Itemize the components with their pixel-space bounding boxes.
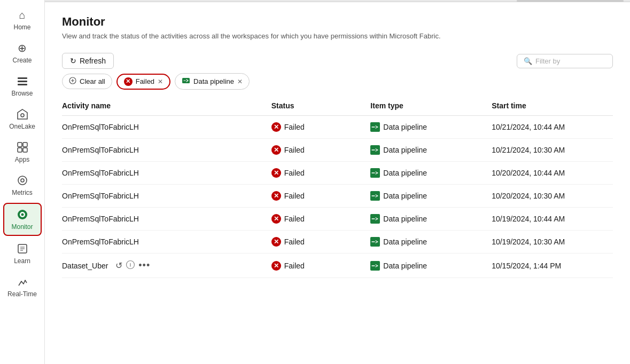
info-icon[interactable] xyxy=(126,260,135,271)
cell-activity-name: OnPremSqlToFabricLH xyxy=(62,231,271,254)
clear-all-icon xyxy=(69,77,76,86)
svg-rect-2 xyxy=(18,84,27,85)
status-label: Failed xyxy=(284,215,305,223)
table-row[interactable]: OnPremSqlToFabricLH ✕ Failed Data pipeli… xyxy=(62,116,613,139)
status-cell: ✕ Failed xyxy=(271,237,364,247)
filter-search[interactable]: 🔍 Filter by xyxy=(517,54,613,68)
realtime-icon xyxy=(16,275,29,288)
browse-icon xyxy=(16,75,29,88)
table-row[interactable]: Dataset_Uber ↺ ••• ✕ Failed xyxy=(62,254,613,278)
status-cell: ✕ Failed xyxy=(271,145,364,155)
status-label: Failed xyxy=(284,262,305,270)
table-row[interactable]: OnPremSqlToFabricLH ✕ Failed Data pipeli… xyxy=(62,185,613,208)
refresh-button[interactable]: ↻ Refresh xyxy=(62,53,114,69)
filter-tag-pipeline[interactable]: Data pipeline ✕ xyxy=(175,73,250,90)
filter-tag-pipeline-close[interactable]: ✕ xyxy=(237,78,243,85)
table-row[interactable]: OnPremSqlToFabricLH ✕ Failed Data pipeli… xyxy=(62,139,613,162)
activity-name: Dataset_Uber xyxy=(62,262,108,270)
item-type-cell: Data pipeline xyxy=(370,168,485,178)
cell-activity-name: OnPremSqlToFabricLH xyxy=(62,139,271,162)
cell-start-time: 10/19/2024, 10:44 AM xyxy=(492,208,613,231)
apps-icon xyxy=(16,141,29,154)
sidebar-item-onelake[interactable]: OneLake xyxy=(3,104,42,134)
filter-tag-failed[interactable]: ✕ Failed ✕ xyxy=(116,74,170,90)
item-type-cell: Data pipeline xyxy=(370,122,485,132)
failed-icon: ✕ xyxy=(271,191,281,201)
restore-icon[interactable]: ↺ xyxy=(115,260,122,271)
table-header-row: Activity name Status Item type Start tim… xyxy=(62,96,613,116)
search-icon: 🔍 xyxy=(524,57,532,65)
sidebar: ⌂ Home ⊕ Create Browse OneLake xyxy=(0,0,45,364)
cell-item-type: Data pipeline xyxy=(370,116,492,139)
svg-rect-0 xyxy=(18,77,27,79)
cell-item-type: Data pipeline xyxy=(370,208,492,231)
cell-item-type: Data pipeline xyxy=(370,231,492,254)
cell-start-time: 10/19/2024, 10:30 AM xyxy=(492,231,613,254)
status-cell: ✕ Failed xyxy=(271,168,364,178)
start-time-label: 10/19/2024, 10:30 AM xyxy=(492,238,565,246)
table-row[interactable]: OnPremSqlToFabricLH ✕ Failed Data pipeli… xyxy=(62,231,613,254)
sidebar-item-monitor[interactable]: Monitor xyxy=(3,203,42,236)
more-icon[interactable]: ••• xyxy=(138,260,150,271)
filter-placeholder: Filter by xyxy=(535,57,560,65)
svg-rect-7 xyxy=(23,148,27,152)
svg-point-12 xyxy=(21,213,24,216)
start-time-label: 10/21/2024, 10:30 AM xyxy=(492,146,565,154)
cell-status: ✕ Failed xyxy=(271,254,371,278)
table-container: Activity name Status Item type Start tim… xyxy=(45,96,630,364)
start-time-label: 10/21/2024, 10:44 AM xyxy=(492,123,565,131)
cell-activity-name: OnPremSqlToFabricLH xyxy=(62,185,271,208)
sidebar-item-realtime[interactable]: Real-Time xyxy=(3,271,42,302)
activity-name: OnPremSqlToFabricLH xyxy=(62,123,139,131)
pipeline-icon xyxy=(370,261,380,271)
item-type-label: Data pipeline xyxy=(383,192,427,200)
sidebar-item-label: Create xyxy=(12,57,32,64)
item-type-label: Data pipeline xyxy=(383,262,427,270)
status-label: Failed xyxy=(284,146,305,154)
filter-tag-pipeline-label: Data pipeline xyxy=(193,77,234,85)
start-time-label: 10/20/2024, 10:30 AM xyxy=(492,192,565,200)
cell-start-time: 10/20/2024, 10:30 AM xyxy=(492,185,613,208)
cell-activity-name: OnPremSqlToFabricLH xyxy=(62,116,271,139)
svg-rect-15 xyxy=(182,78,190,83)
failed-icon: ✕ xyxy=(271,145,281,155)
sidebar-item-create[interactable]: ⊕ Create xyxy=(3,37,42,68)
cell-status: ✕ Failed xyxy=(271,231,371,254)
sidebar-item-label: Monitor xyxy=(11,223,33,231)
activity-name: OnPremSqlToFabricLH xyxy=(62,192,139,200)
page-header: Monitor View and track the status of the… xyxy=(45,2,630,53)
clear-all-button[interactable]: Clear all xyxy=(62,74,112,89)
sidebar-item-label: OneLake xyxy=(9,123,35,130)
sidebar-item-learn[interactable]: Learn xyxy=(3,238,42,269)
cell-status: ✕ Failed xyxy=(271,162,371,185)
sidebar-item-browse[interactable]: Browse xyxy=(3,70,42,101)
filter-tag-failed-label: Failed xyxy=(136,77,154,85)
pipeline-icon xyxy=(370,168,380,178)
sidebar-item-label: Apps xyxy=(15,156,29,163)
activity-name: OnPremSqlToFabricLH xyxy=(62,146,139,154)
status-cell: ✕ Failed xyxy=(271,214,364,224)
col-activity-name: Activity name xyxy=(62,96,271,116)
sidebar-item-label: Metrics xyxy=(12,189,33,196)
home-icon: ⌂ xyxy=(16,9,29,21)
start-time-label: 10/15/2024, 1:44 PM xyxy=(492,262,561,270)
sidebar-item-metrics[interactable]: Metrics xyxy=(3,170,42,201)
failed-icon: ✕ xyxy=(271,168,281,178)
toolbar: ↻ Refresh 🔍 Filter by xyxy=(45,53,630,73)
filter-tag-failed-close[interactable]: ✕ xyxy=(158,78,163,85)
pipeline-icon xyxy=(370,145,380,155)
table-row[interactable]: OnPremSqlToFabricLH ✕ Failed Data pipeli… xyxy=(62,162,613,185)
sidebar-item-apps[interactable]: Apps xyxy=(3,137,42,168)
page-subtitle: View and track the status of the activit… xyxy=(62,32,613,40)
sidebar-item-home[interactable]: ⌂ Home xyxy=(3,4,42,35)
item-type-cell: Data pipeline xyxy=(370,261,485,271)
failed-icon: ✕ xyxy=(271,214,281,224)
start-time-label: 10/19/2024, 10:44 AM xyxy=(492,215,565,223)
svg-point-8 xyxy=(18,176,27,185)
table-body: OnPremSqlToFabricLH ✕ Failed Data pipeli… xyxy=(62,116,613,278)
col-start-time: Start time xyxy=(492,96,613,116)
status-cell: ✕ Failed xyxy=(271,122,364,132)
item-type-label: Data pipeline xyxy=(383,146,427,154)
activity-name: OnPremSqlToFabricLH xyxy=(62,169,139,177)
table-row[interactable]: OnPremSqlToFabricLH ✕ Failed Data pipeli… xyxy=(62,208,613,231)
